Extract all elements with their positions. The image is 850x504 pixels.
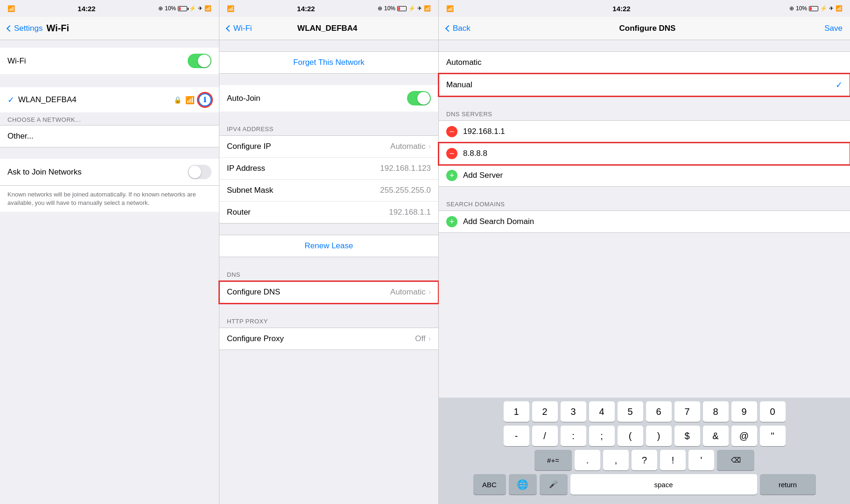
configure-dns-label: Configure DNS	[227, 287, 280, 297]
kb-key-9[interactable]: 9	[731, 401, 757, 422]
battery-percent-3: 10%	[796, 5, 807, 12]
add-search-domain-btn[interactable]: +	[446, 216, 457, 227]
kb-key-hashplus[interactable]: #+=	[534, 450, 572, 470]
settings-back-btn[interactable]: Settings	[7, 24, 42, 33]
kb-key-rparen[interactable]: )	[646, 426, 672, 446]
subnet-mask-row: Subnet Mask 255.255.255.0	[219, 180, 438, 202]
location-icon-3: ⊕	[789, 5, 794, 12]
airplane-icon-3: ✈	[829, 5, 834, 12]
settings-back-label: Settings	[14, 24, 42, 33]
ask-join-label: Ask to Join Networks	[7, 168, 82, 177]
wifi-panel: 📶 14:22 ⊕ 10% ⚡ ✈ 📶 Settings Wi-Fi Wi-Fi	[0, 0, 219, 504]
kb-key-amp[interactable]: &	[703, 426, 729, 446]
configure-ip-row[interactable]: Configure IP Automatic ›	[219, 136, 438, 158]
connected-network-right: 🔒 📶 ℹ	[174, 93, 211, 106]
kb-key-dollar[interactable]: $	[674, 426, 700, 446]
kb-key-semicolon[interactable]: ;	[589, 426, 615, 446]
add-server-row[interactable]: + Add Server	[439, 165, 850, 186]
kb-globe-btn[interactable]: 🌐	[509, 474, 537, 495]
status-left-1: 📶	[7, 5, 15, 12]
kb-key-exclaim[interactable]: !	[660, 450, 686, 470]
kb-key-4[interactable]: 4	[589, 401, 615, 422]
kb-key-8[interactable]: 8	[703, 401, 729, 422]
kb-key-at[interactable]: @	[731, 426, 757, 446]
nav-bar-1: Settings Wi-Fi	[0, 17, 219, 40]
manual-option-row[interactable]: Manual ✓	[439, 74, 850, 96]
status-right-3: ⊕ 10% ⚡ ✈ 📶	[789, 5, 843, 12]
save-btn[interactable]: Save	[824, 24, 843, 33]
kb-key-2[interactable]: 2	[532, 401, 558, 422]
add-search-domain-row[interactable]: + Add Search Domain	[439, 211, 850, 232]
configure-proxy-chevron: ›	[429, 335, 431, 343]
ask-join-toggle[interactable]	[188, 165, 211, 179]
wifi-icon-2: 📶	[424, 5, 431, 12]
dns-server-row-2: − 8.8.8.8	[439, 143, 850, 165]
kb-space-btn[interactable]: space	[570, 474, 757, 495]
configure-ip-chevron: ›	[429, 142, 431, 151]
kb-abc-btn[interactable]: ABC	[473, 474, 506, 495]
ip-address-value: 192.168.1.123	[380, 164, 431, 173]
configure-ip-label: Configure IP	[227, 142, 271, 151]
kb-punct-row: #+= . , ? ! ' ⌫	[441, 450, 848, 470]
kb-backspace-btn[interactable]: ⌫	[717, 450, 754, 470]
automatic-option-label: Automatic	[446, 58, 482, 67]
kb-key-comma[interactable]: ,	[603, 450, 629, 470]
router-label: Router	[227, 208, 251, 217]
back-chevron-2	[226, 25, 232, 31]
configure-dns-row[interactable]: Configure DNS Automatic ›	[219, 281, 438, 303]
connected-checkmark: ✓	[7, 95, 14, 105]
dns-back-btn[interactable]: Back	[446, 24, 471, 33]
kb-key-period[interactable]: .	[575, 450, 600, 470]
connected-network-row[interactable]: ✓ WLAN_DEFBA4 🔒 📶 ℹ	[0, 87, 219, 112]
renew-lease-btn[interactable]: Renew Lease	[219, 235, 438, 257]
kb-key-colon[interactable]: :	[561, 426, 586, 446]
kb-mic-btn[interactable]: 🎤	[540, 474, 568, 495]
kb-key-apostrophe[interactable]: '	[688, 450, 714, 470]
remove-server-2-btn[interactable]: −	[446, 148, 457, 159]
status-right-1: ⊕ 10% ⚡ ✈ 📶	[158, 5, 211, 12]
wifi-toggle[interactable]	[188, 54, 211, 68]
status-bar-3: 📶 14:22 ⊕ 10% ⚡ ✈ 📶	[439, 0, 850, 17]
other-networks-row[interactable]: Other...	[0, 125, 219, 147]
ask-join-row: Ask to Join Networks	[0, 159, 219, 186]
configure-dns-chevron: ›	[429, 288, 431, 296]
dns-server-2-value: 8.8.8.8	[463, 149, 487, 158]
status-time-1: 14:22	[77, 5, 95, 13]
kb-key-5[interactable]: 5	[618, 401, 643, 422]
kb-key-lparen[interactable]: (	[618, 426, 643, 446]
forget-network-label: Forget This Network	[293, 58, 365, 67]
auto-join-section: Auto-Join	[219, 85, 438, 112]
configure-proxy-row[interactable]: Configure Proxy Off ›	[219, 328, 438, 350]
dns-title: Configure DNS	[619, 24, 676, 33]
signal-icon: 📶	[185, 96, 195, 105]
kb-key-7[interactable]: 7	[674, 401, 700, 422]
dns-back-label: Back	[453, 24, 471, 33]
wlan-back-btn[interactable]: Wi-Fi	[227, 24, 252, 33]
kb-key-3[interactable]: 3	[561, 401, 586, 422]
kb-key-1[interactable]: 1	[504, 401, 529, 422]
kb-key-6[interactable]: 6	[646, 401, 672, 422]
forget-network-btn[interactable]: Forget This Network	[219, 51, 438, 74]
status-right-2: ⊕ 10% ⚡ ✈ 📶	[378, 5, 431, 12]
search-domains-header: SEARCH DOMAINS	[439, 198, 850, 210]
automatic-option-row[interactable]: Automatic	[439, 52, 850, 74]
remove-server-1-btn[interactable]: −	[446, 126, 457, 137]
kb-key-minus[interactable]: -	[504, 426, 529, 446]
search-domains-body: + Add Search Domain	[439, 210, 850, 233]
auto-join-toggle[interactable]	[407, 91, 431, 105]
kb-key-0[interactable]: 0	[760, 401, 786, 422]
configure-dns-panel: 📶 14:22 ⊕ 10% ⚡ ✈ 📶 Back Configure DNS S…	[439, 0, 850, 504]
connected-network-section: ✓ WLAN_DEFBA4 🔒 📶 ℹ	[0, 87, 219, 112]
add-server-btn[interactable]: +	[446, 170, 457, 181]
lock-icon: 🔒	[174, 96, 182, 104]
status-time-3: 14:22	[612, 5, 630, 13]
ask-join-section: Ask to Join Networks Known networks will…	[0, 159, 219, 212]
kb-key-quote[interactable]: "	[760, 426, 786, 446]
wifi-status-icon: 📶	[7, 5, 15, 12]
kb-key-question[interactable]: ?	[632, 450, 657, 470]
wifi-title: Wi-Fi	[46, 23, 69, 34]
info-button[interactable]: ℹ	[198, 93, 211, 106]
kb-key-slash[interactable]: /	[532, 426, 558, 446]
kb-return-btn[interactable]: return	[760, 474, 816, 495]
battery-percent-2: 10%	[384, 5, 395, 12]
